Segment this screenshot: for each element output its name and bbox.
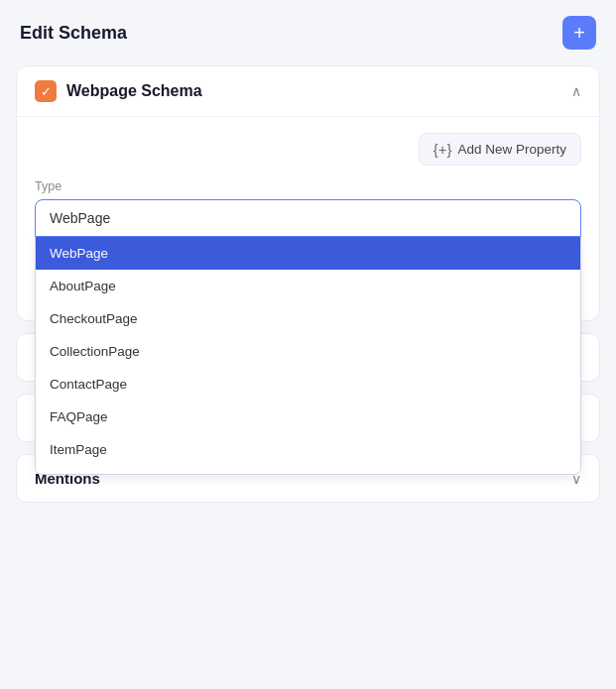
type-dropdown-list: WebPageAboutPageCheckoutPageCollectionPa…	[35, 237, 581, 475]
dropdown-item[interactable]: ContactPage	[36, 368, 580, 401]
dropdown-item[interactable]: ItemPage	[36, 433, 580, 466]
collapse-icon[interactable]: ∧	[571, 83, 581, 99]
dropdown-item[interactable]: MedicalWebPage	[36, 466, 580, 475]
schema-checkbox-icon[interactable]: ✓	[35, 80, 57, 102]
dropdown-item[interactable]: FAQPage	[36, 401, 580, 433]
page-header: Edit Schema +	[16, 16, 600, 50]
schema-header: ✓ Webpage Schema ∧	[17, 66, 599, 117]
type-input-wrapper: WebPageAboutPageCheckoutPageCollectionPa…	[35, 199, 581, 237]
add-property-icon: {+}	[433, 141, 452, 158]
type-field-label: Type	[35, 179, 581, 193]
schema-name: Webpage Schema	[66, 82, 202, 100]
dropdown-item[interactable]: CollectionPage	[36, 335, 580, 368]
schema-body: {+} Add New Property Type WebPageAboutPa…	[17, 117, 599, 320]
schema-header-left: ✓ Webpage Schema	[35, 80, 202, 102]
add-property-label: Add New Property	[457, 142, 566, 157]
add-schema-button[interactable]: +	[562, 16, 596, 50]
type-section: Type WebPageAboutPageCheckoutPageCollect…	[35, 179, 581, 304]
add-property-row: {+} Add New Property	[35, 133, 581, 166]
page-title: Edit Schema	[20, 23, 127, 44]
add-property-button[interactable]: {+} Add New Property	[419, 133, 581, 166]
dropdown-item[interactable]: AboutPage	[36, 270, 580, 302]
dropdown-item[interactable]: CheckoutPage	[36, 302, 580, 335]
dropdown-item[interactable]: WebPage	[36, 237, 580, 270]
type-input[interactable]	[35, 199, 581, 237]
schema-card: ✓ Webpage Schema ∧ {+} Add New Property …	[16, 65, 600, 321]
